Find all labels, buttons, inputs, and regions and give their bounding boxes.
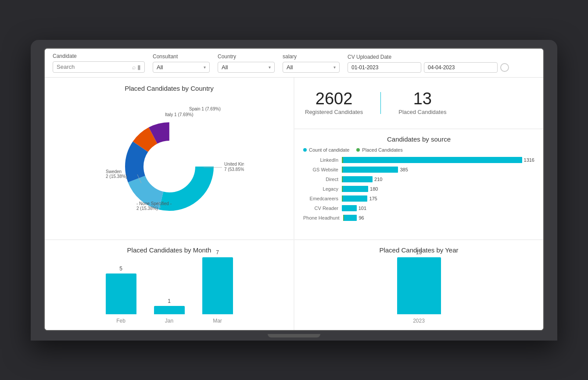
monthly-chart-card: Placed Candidates by Month 5 Feb 1 Jan 7… bbox=[45, 240, 294, 330]
label-uk: United Kingdom bbox=[224, 162, 244, 167]
source-bar-fill bbox=[342, 205, 357, 211]
source-bar-track: 385 bbox=[342, 167, 534, 173]
salary-filter: salary All ▾ bbox=[283, 53, 340, 73]
monthly-bar-fill bbox=[154, 306, 185, 314]
consultant-filter: Consultant All ▾ bbox=[153, 53, 210, 73]
laptop-notch bbox=[268, 334, 320, 337]
monthly-bar-label: Jan bbox=[165, 318, 173, 324]
stats-card: 2602 Registered Candidates 13 Placed Can… bbox=[294, 78, 543, 129]
source-bar-track: 210 bbox=[342, 176, 534, 182]
legend-placed-label: Placed Candidates bbox=[362, 147, 402, 153]
candidate-filter: Candidate ⌕ ▮ bbox=[53, 53, 145, 73]
cv-date-label: CV Uploaded Date bbox=[348, 54, 509, 60]
monthly-chart-title: Placed Candidates by Month bbox=[54, 246, 285, 254]
legend-dot-count bbox=[303, 148, 307, 152]
consultant-chevron-icon: ▾ bbox=[204, 65, 206, 70]
label-spain: Spain 1 (7.69%) bbox=[189, 107, 221, 111]
registered-label: Registered Candidates bbox=[305, 109, 363, 115]
monthly-bar-chart: 5 Feb 1 Jan 7 Mar bbox=[54, 258, 285, 324]
date-circle-icon[interactable] bbox=[500, 63, 509, 72]
country-select[interactable]: All ▾ bbox=[218, 62, 275, 73]
source-placed-fill bbox=[342, 186, 343, 192]
source-bar-value: 1316 bbox=[524, 157, 534, 163]
date-to-input[interactable] bbox=[424, 62, 498, 73]
donut-center bbox=[145, 142, 194, 191]
consultant-select[interactable]: All ▾ bbox=[153, 62, 210, 73]
source-placed-fill bbox=[342, 157, 343, 163]
source-bar-track: 96 bbox=[343, 215, 534, 221]
country-label: Country bbox=[218, 53, 275, 60]
source-bar-row: LinkedIn 1316 bbox=[303, 157, 534, 163]
yearly-bar-value: 13 bbox=[416, 249, 422, 256]
donut-chart-wrap: United Kingdom 7 (53.85%) - None Specifi… bbox=[95, 101, 244, 232]
source-bar-row: Emedcareers 175 bbox=[303, 195, 534, 202]
stat-divider bbox=[380, 92, 381, 114]
monthly-bar-fill bbox=[106, 273, 136, 314]
yearly-bar-fill bbox=[397, 257, 441, 314]
source-bar-value: 96 bbox=[359, 215, 364, 220]
source-bar-track: 1316 bbox=[342, 157, 534, 163]
source-bar-fill bbox=[342, 157, 522, 163]
candidate-search-wrap[interactable]: ⌕ ▮ bbox=[53, 61, 145, 73]
source-bar-label: GS Website bbox=[303, 167, 338, 172]
search-icon: ⌕ bbox=[132, 64, 136, 71]
consultant-value: All bbox=[157, 64, 163, 71]
candidate-label: Candidate bbox=[53, 53, 145, 59]
filter-icon[interactable]: ▮ bbox=[137, 64, 141, 71]
placed-count: 13 bbox=[398, 90, 446, 107]
source-chart-legend: Count of candidate Placed Candidates bbox=[303, 147, 534, 153]
source-chart-title: Candidates by source bbox=[303, 135, 534, 143]
salary-value: All bbox=[287, 64, 293, 71]
monthly-bar-value: 1 bbox=[168, 298, 171, 304]
label-italy: Italy 1 (7.69%) bbox=[165, 112, 193, 117]
source-placed-fill bbox=[342, 195, 343, 202]
source-bar-value: 180 bbox=[370, 186, 378, 192]
monthly-bar-label: Feb bbox=[116, 318, 125, 324]
source-bar-row: CV Reader 101 bbox=[303, 205, 534, 211]
label-none-val: 2 (15.38%) bbox=[136, 206, 158, 211]
source-bar-row: GS Website 385 bbox=[303, 167, 534, 173]
candidate-search-input[interactable] bbox=[57, 64, 130, 70]
source-bar-fill bbox=[342, 176, 373, 182]
source-bar-fill bbox=[342, 167, 398, 173]
monthly-bar-value: 5 bbox=[119, 266, 122, 272]
source-bar-track: 180 bbox=[342, 186, 534, 192]
placed-label: Placed Candidates bbox=[398, 109, 446, 115]
legend-placed: Placed Candidates bbox=[356, 147, 402, 153]
donut-chart-title: Placed Candidates by Country bbox=[125, 85, 214, 92]
monthly-bar-group: 1 Jan bbox=[154, 298, 185, 324]
monthly-bar-group: 5 Feb bbox=[106, 266, 136, 324]
source-bar-track: 101 bbox=[342, 205, 534, 211]
source-placed-fill bbox=[342, 176, 343, 182]
date-from-input[interactable] bbox=[348, 62, 421, 73]
salary-select[interactable]: All ▾ bbox=[283, 62, 340, 73]
monthly-bar-group: 7 Mar bbox=[202, 249, 233, 324]
registered-count: 2602 bbox=[305, 90, 363, 107]
label-uk-val: 7 (53.85%) bbox=[224, 167, 244, 172]
yearly-bar-chart: 13 2023 bbox=[397, 258, 441, 324]
label-sweden-val: 2 (15.38%) bbox=[106, 174, 127, 179]
source-bar-track: 175 bbox=[342, 195, 534, 202]
registered-stat: 2602 Registered Candidates bbox=[305, 90, 376, 115]
source-bar-chart: LinkedIn 1316 GS Website 385 Direct 210 … bbox=[303, 157, 534, 221]
label-none: - None Specified - bbox=[136, 201, 172, 206]
source-bar-row: Legacy 180 bbox=[303, 186, 534, 192]
cv-date-filter: CV Uploaded Date bbox=[348, 54, 509, 73]
legend-count: Count of candidate bbox=[303, 147, 349, 153]
country-filter: Country All ▾ bbox=[218, 53, 275, 73]
label-sweden: Sweden bbox=[106, 169, 122, 174]
consultant-label: Consultant bbox=[153, 53, 210, 60]
monthly-bar-value: 7 bbox=[216, 249, 219, 256]
legend-count-label: Count of candidate bbox=[309, 147, 349, 153]
source-bar-row: Phone Headhunt 96 bbox=[303, 215, 534, 221]
source-bar-value: 101 bbox=[359, 206, 366, 211]
source-bar-row: Direct 210 bbox=[303, 176, 534, 182]
salary-label: salary bbox=[283, 53, 340, 60]
yearly-bar-group: 13 2023 bbox=[397, 249, 441, 324]
donut-chart-card: Placed Candidates by Country bbox=[45, 78, 294, 239]
monthly-bar-fill bbox=[202, 257, 233, 314]
yearly-bar-label: 2023 bbox=[413, 318, 425, 324]
source-chart-card: Candidates by source Count of candidate … bbox=[294, 129, 543, 239]
source-bar-label: CV Reader bbox=[303, 206, 338, 211]
source-bar-fill bbox=[343, 215, 357, 221]
